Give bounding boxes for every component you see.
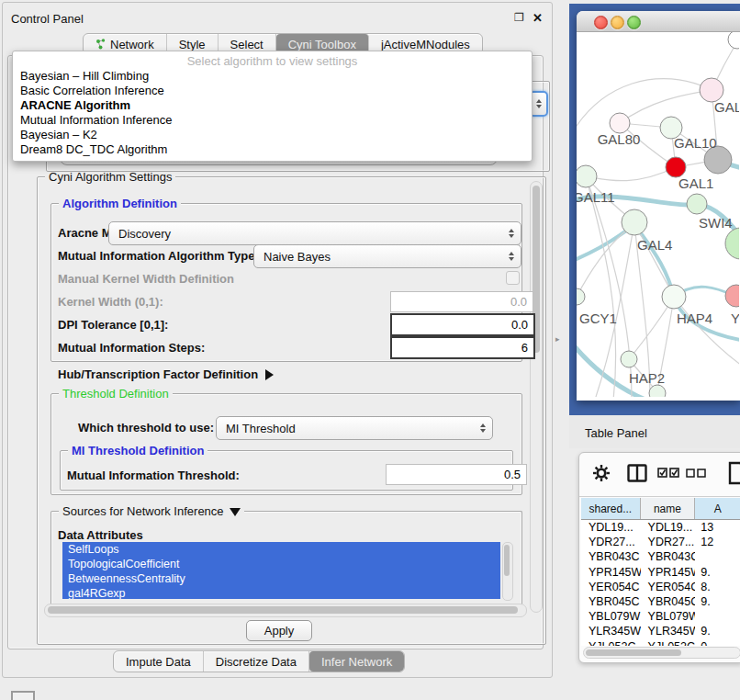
table-cell: YDR27... — [581, 536, 641, 548]
node-label-gal1: GAL1 — [678, 175, 713, 191]
tab-impute-data[interactable]: Impute Data — [114, 651, 204, 672]
minimize-traffic-icon[interactable] — [611, 16, 624, 29]
tab-discretize-data[interactable]: Discretize Data — [204, 651, 309, 672]
hub-definition-toggle[interactable]: Hub/Transcription Factor Definition — [58, 367, 274, 381]
table-cell: YPR145W — [581, 566, 641, 579]
network-node-hap2[interactable] — [621, 351, 637, 367]
network-node-y[interactable] — [725, 285, 739, 307]
kernel-width-label: Kernel Width (0,1): — [58, 295, 163, 309]
algorithm-item-basic-correlation-inference[interactable]: Basic Correlation Inference — [13, 83, 532, 97]
threshold-definition-title: Threshold Definition — [59, 387, 173, 401]
table-window: shared...nameA YDL19...YDL19...13YDR27..… — [578, 452, 740, 663]
table-hscrollbar-thumb[interactable] — [586, 649, 681, 656]
node-label-gal80: GAL80 — [598, 131, 641, 147]
tab-infer-network[interactable]: Infer Network — [309, 651, 404, 672]
network-node[interactable] — [649, 385, 666, 397]
settings-scrollbar[interactable] — [530, 181, 543, 613]
table-row[interactable]: YJL052CYJL052C0 — [581, 639, 740, 647]
apply-button[interactable]: Apply — [246, 620, 312, 641]
network-view-background: GALGAL80GAL10GAL1GAL11SWI4GAL4GCY1HAP4YH… — [569, 4, 740, 415]
which-threshold-combo[interactable]: MI Threshold — [216, 416, 493, 440]
manual-kernel-label: Manual Kernel Width Definition — [58, 272, 234, 286]
table-header-row: shared...nameA — [581, 498, 740, 520]
attribute-item-betweennesscentrality[interactable]: BetweennessCentrality — [62, 571, 500, 586]
splitter-collapse-icon[interactable]: ▸ — [555, 334, 560, 344]
table-row[interactable]: YDL19...YDL19...13 — [581, 520, 740, 535]
mi-steps-field[interactable]: 6 — [390, 336, 535, 359]
network-node-gal80[interactable] — [610, 113, 630, 133]
table-cell: 8. — [695, 581, 740, 593]
control-panel-title: Control Panel — [11, 12, 84, 26]
attributes-vscrollbar-thumb[interactable] — [504, 545, 510, 576]
bottom-tabbar: Impute DataDiscretize DataInfer Network — [113, 650, 405, 672]
gear-icon[interactable] — [592, 464, 611, 482]
attribute-item-selfloops[interactable]: SelfLoops — [62, 542, 500, 557]
algorithm-item-bayesian-hill-climbing[interactable]: Bayesian – Hill Climbing — [13, 68, 532, 83]
floating-tool-button[interactable] — [11, 691, 35, 700]
table-cell: YBL079W — [641, 610, 696, 623]
algorithm-item-dream8-dc-tdc-algorithm[interactable]: Dream8 DC_TDC Algorithm — [13, 141, 532, 156]
network-edge[interactable] — [674, 297, 739, 372]
table-row[interactable]: YLR345WYLR345W9. — [581, 624, 740, 638]
tab-label: Discretize Data — [216, 655, 297, 669]
column-header-name[interactable]: name — [641, 498, 696, 519]
table-hscrollbar[interactable] — [583, 647, 740, 659]
manual-kernel-checkbox[interactable] — [506, 271, 520, 285]
algorithm-item-aracne-algorithm[interactable]: ARACNE Algorithm — [13, 97, 532, 112]
network-node[interactable] — [725, 228, 739, 259]
tab-label: Select — [230, 38, 263, 51]
table-row[interactable]: YER054CYER054C8. — [581, 580, 740, 594]
table-row[interactable]: YBR043CYBR043C — [581, 549, 740, 564]
kernel-width-field[interactable]: 0.0 — [390, 291, 533, 312]
column-header-shared-[interactable]: shared... — [581, 498, 641, 519]
tab-label: Infer Network — [321, 655, 392, 669]
table-cell: 13 — [695, 521, 740, 534]
data-attributes-label: Data Attributes — [58, 528, 143, 542]
table-cell: YBL079W — [581, 610, 641, 623]
table-row[interactable]: YPR145WYPR145W9. — [581, 565, 740, 580]
network-node-swi4[interactable] — [687, 194, 707, 214]
table-doc-icon[interactable] — [728, 461, 740, 485]
combo-stepper-icon — [505, 245, 517, 267]
network-node-gal4[interactable] — [622, 209, 647, 235]
columns-icon[interactable] — [627, 464, 647, 482]
mi-threshold-field[interactable]: 0.5 — [386, 464, 527, 485]
sources-toggle[interactable]: Sources for Network Inference — [59, 504, 244, 518]
algorithm-item-mutual-information-inference[interactable]: Mutual Information Inference — [13, 112, 532, 127]
mi-type-combo[interactable]: Naive Bayes — [253, 244, 521, 268]
table-cell: 9. — [695, 566, 740, 579]
attribute-item-topologicalcoefficient[interactable]: TopologicalCoefficient — [62, 557, 500, 571]
dpi-tolerance-field[interactable]: 0.0 — [390, 313, 535, 336]
attribute-item-gal4rgexp[interactable]: gal4RGexp — [62, 586, 500, 599]
node-label-gcy1: GCY1 — [579, 310, 617, 326]
network-canvas[interactable]: GALGAL80GAL10GAL1GAL11SWI4GAL4GCY1HAP4YH… — [577, 32, 739, 397]
attributes-vscrollbar[interactable] — [502, 542, 513, 601]
table-row[interactable]: YBL079WYBL079W — [581, 609, 740, 624]
algorithm-item-bayesian-k2[interactable]: Bayesian – K2 — [13, 127, 532, 141]
settings-hscrollbar-thumb[interactable] — [48, 606, 518, 614]
which-threshold-label: Which threshold to use: — [78, 421, 214, 435]
network-node-gcy1[interactable] — [577, 288, 585, 305]
node-label-gal4: GAL4 — [637, 237, 672, 253]
table-cell: YLR345W — [641, 625, 696, 638]
network-node-gal11[interactable] — [577, 165, 597, 187]
close-traffic-icon[interactable] — [594, 16, 608, 29]
settings-hscrollbar[interactable] — [44, 604, 527, 617]
network-node[interactable] — [728, 32, 739, 49]
table-row[interactable]: YDR27...YDR27...12 — [581, 535, 740, 549]
aracne-mode-combo[interactable]: Discovery — [108, 221, 521, 245]
network-edge[interactable] — [586, 167, 676, 181]
network-window-titlebar[interactable] — [577, 11, 740, 32]
network-node-gal1[interactable] — [666, 157, 686, 177]
checked-boxes-icon[interactable] — [657, 468, 679, 479]
network-icon — [95, 39, 106, 50]
network-node-hap4[interactable] — [662, 285, 686, 309]
float-window-icon[interactable]: ❐ — [514, 11, 524, 24]
zoom-traffic-icon[interactable] — [627, 16, 641, 29]
column-header-a[interactable]: A — [695, 498, 740, 519]
node-label-gal10: GAL10 — [674, 135, 717, 151]
mi-threshold-label: Mutual Information Threshold: — [67, 469, 240, 482]
unchecked-boxes-icon[interactable] — [686, 469, 706, 478]
table-row[interactable]: YBR045CYBR045C9. — [581, 594, 740, 609]
close-icon[interactable]: ✕ — [533, 11, 543, 25]
